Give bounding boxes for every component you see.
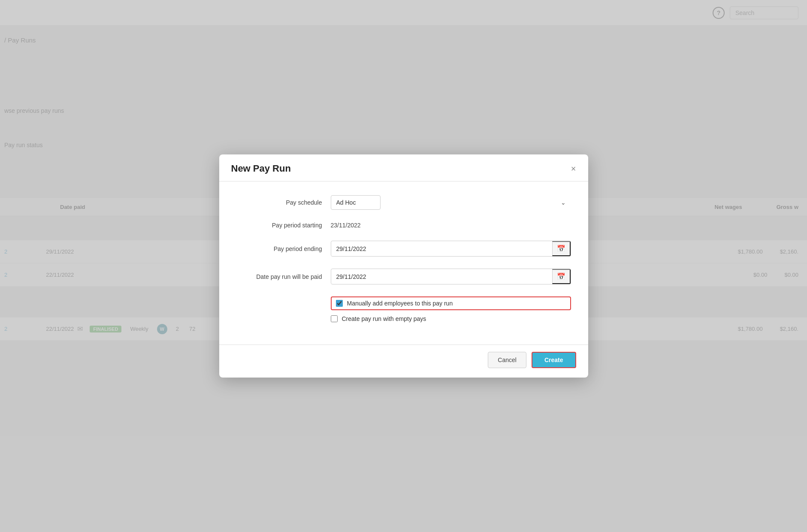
calendar-icon-paid[interactable]: 📅	[552, 269, 571, 284]
cancel-button[interactable]: Cancel	[488, 352, 526, 368]
date-pay-run-paid-row: Date pay run will be paid 📅	[236, 269, 571, 284]
manually-add-checkbox[interactable]	[336, 300, 343, 307]
checkboxes-section: Manually add employees to this pay run C…	[331, 296, 571, 322]
date-pay-run-paid-input-wrapper: 📅	[331, 269, 571, 284]
calendar-icon-ending[interactable]: 📅	[552, 241, 571, 256]
pay-period-ending-row: Pay period ending 📅	[236, 241, 571, 257]
modal-wrapper: New Pay Run × Pay schedule Ad Hoc Weekly…	[0, 0, 807, 532]
pay-schedule-label: Pay schedule	[236, 199, 331, 206]
chevron-down-icon: ⌄	[561, 199, 566, 206]
modal-footer: Cancel Create	[219, 345, 588, 375]
pay-schedule-select[interactable]: Ad Hoc Weekly Fortnightly Monthly	[331, 195, 381, 210]
pay-schedule-row: Pay schedule Ad Hoc Weekly Fortnightly M…	[236, 195, 571, 210]
pay-period-ending-input[interactable]	[331, 242, 552, 256]
new-pay-run-modal: New Pay Run × Pay schedule Ad Hoc Weekly…	[219, 154, 588, 378]
pay-period-starting-value: 23/11/2022	[331, 222, 361, 229]
empty-pays-checkbox[interactable]	[331, 315, 338, 322]
empty-pays-row: Create pay run with empty pays	[331, 315, 571, 322]
create-button[interactable]: Create	[532, 352, 576, 368]
modal-title: New Pay Run	[231, 163, 291, 174]
pay-period-ending-input-wrapper: 📅	[331, 241, 571, 257]
date-pay-run-paid-input[interactable]	[331, 270, 552, 284]
modal-header: New Pay Run ×	[219, 154, 588, 181]
manually-add-label: Manually add employees to this pay run	[347, 300, 453, 307]
pay-schedule-select-wrapper: Ad Hoc Weekly Fortnightly Monthly ⌄	[331, 195, 571, 210]
pay-period-starting-label: Pay period starting	[236, 222, 331, 229]
pay-period-ending-label: Pay period ending	[236, 245, 331, 252]
modal-body: Pay schedule Ad Hoc Weekly Fortnightly M…	[219, 181, 588, 345]
pay-period-starting-row: Pay period starting 23/11/2022	[236, 222, 571, 229]
empty-pays-label: Create pay run with empty pays	[342, 315, 426, 322]
date-pay-run-paid-label: Date pay run will be paid	[236, 273, 331, 280]
close-button[interactable]: ×	[571, 164, 576, 173]
manually-add-row: Manually add employees to this pay run	[331, 296, 571, 310]
